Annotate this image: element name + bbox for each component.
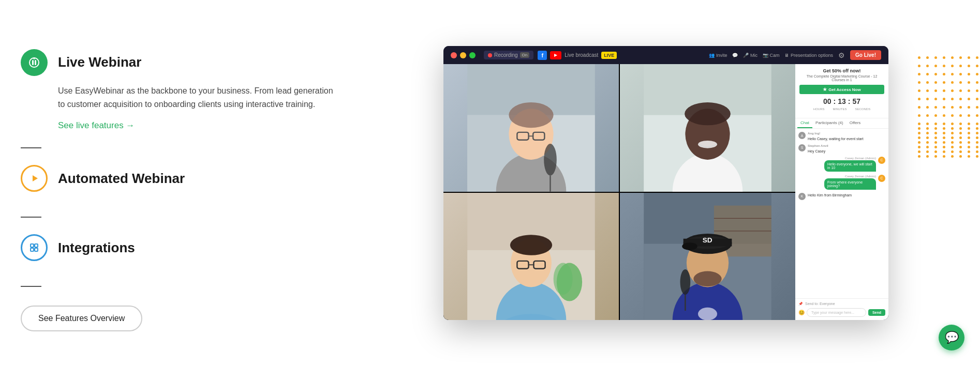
send-button[interactable]: Send: [868, 309, 885, 316]
chat-messages: A Ang Ing! Hello Casey, waiting for even…: [795, 129, 888, 298]
settings-icon[interactable]: ⚙: [838, 51, 845, 59]
chat-placeholder: Type your message here...: [811, 311, 854, 314]
svg-rect-5: [31, 244, 34, 247]
svg-rect-8: [35, 248, 38, 251]
send-to-label: Send to: Everyone: [805, 302, 835, 306]
tab-participants[interactable]: Participants (4): [812, 118, 847, 128]
browser-toolbar: Recording On f ▶ Live broadcast LIVE 👥 I…: [484, 50, 881, 60]
facebook-icon: f: [538, 51, 547, 60]
video-cell-2: [620, 64, 795, 192]
svg-point-51: [693, 271, 721, 286]
automated-webinar-icon: [21, 165, 48, 192]
svg-point-55: [698, 307, 717, 320]
avatar-3: C: [878, 157, 885, 164]
avatar-1: A: [798, 132, 806, 139]
tab-offers[interactable]: Offers: [847, 118, 864, 128]
mic-icon[interactable]: 🎤 Mic: [743, 53, 758, 58]
divider-2: [21, 217, 41, 218]
avatar-4: C: [878, 175, 885, 182]
feature-header-integrations: Integrations: [21, 234, 341, 261]
video-cell-3: [443, 193, 619, 321]
svg-point-3: [33, 57, 35, 59]
offer-title: Get 50% off now!: [799, 68, 884, 73]
see-live-features-link[interactable]: See live features →: [58, 120, 341, 131]
video-grid: SD: [443, 64, 795, 320]
bubble-1: Ang Ing! Hello Casey, waiting for event …: [808, 132, 864, 141]
chat-tabs: Chat Participants (4) Offers: [795, 118, 888, 129]
sender-4: Casey Zeman (Admin): [824, 175, 876, 178]
green-bubble-4: From where everyone joining?: [824, 178, 876, 190]
chat-message-3: Casey Zeman (Admin) Hello everyone, we w…: [798, 157, 885, 172]
sender-3: Casey Zeman (Admin): [824, 157, 876, 160]
sender-2: Stephen Anvil: [808, 144, 828, 148]
svg-rect-6: [35, 244, 38, 247]
automated-webinar-title: Automated Webinar: [58, 171, 185, 187]
emoji-icon: 😊: [798, 310, 805, 315]
countdown-labels: HOURS MINUTES SECONDS: [799, 108, 884, 111]
traffic-light-yellow[interactable]: [460, 52, 466, 58]
label-seconds: SECONDS: [855, 108, 871, 111]
sidebar-offer: Get 50% off now! The Complete Digital Ma…: [795, 64, 888, 118]
social-icons-bar: f ▶ Live broadcast LIVE: [538, 51, 617, 60]
tab-chat[interactable]: Chat: [797, 118, 812, 128]
chat-fab-button[interactable]: 💬: [939, 325, 964, 350]
countdown-hours: 00: [823, 97, 831, 105]
live-broadcast-label: Live broadcast: [565, 52, 598, 58]
svg-text:SD: SD: [703, 236, 712, 244]
integrations-icon: [21, 234, 48, 261]
green-bubble-3: Hello everyone, we will start in 10: [824, 160, 876, 172]
live-webinar-description: Use EasyWebinar as the backbone to your …: [58, 84, 341, 112]
live-badge: LIVE: [601, 52, 617, 59]
right-panel: // Generate dots document.addEventListen…: [373, 46, 959, 320]
svg-point-33: [510, 235, 552, 255]
dot-grid-decoration: // Generate dots document.addEventListen…: [918, 56, 970, 118]
feature-header-live: Live Webinar: [21, 49, 341, 76]
pin-icon: 📌: [798, 302, 803, 306]
traffic-light-green[interactable]: [469, 52, 476, 58]
browser-content: SD Get 50% off now! The Complete Digital…: [443, 64, 888, 320]
chat-input-field[interactable]: Type your message here...: [807, 308, 866, 317]
traffic-light-red[interactable]: [451, 52, 457, 58]
live-webinar-title: Live Webinar: [58, 54, 141, 70]
feature-integrations[interactable]: Integrations: [21, 220, 341, 284]
svg-point-38: [554, 263, 573, 295]
svg-rect-1: [32, 60, 34, 65]
traffic-lights: [451, 52, 476, 58]
send-to-row: 📌 Send to: Everyone: [798, 302, 885, 306]
access-now-button[interactable]: ★ Get Access Now: [799, 85, 884, 94]
feature-live-webinar: Live Webinar Use EasyWebinar as the back…: [21, 35, 341, 146]
bubble-3: Casey Zeman (Admin) Hello everyone, we w…: [824, 157, 876, 172]
go-live-button[interactable]: Go Live!: [850, 50, 881, 60]
chat-icon[interactable]: 💬: [732, 53, 738, 58]
feature-header-automated: Automated Webinar: [21, 165, 341, 192]
offer-subtitle: The Complete Digital Marketing Course - …: [799, 74, 884, 82]
svg-point-19: [544, 144, 557, 176]
countdown-seconds: 57: [852, 97, 860, 105]
divider-3: [21, 286, 41, 287]
feature-automated-webinar[interactable]: Automated Webinar: [21, 150, 341, 215]
invite-icon[interactable]: 👥 Invite: [709, 53, 727, 58]
svg-rect-7: [31, 248, 34, 251]
sidebar-chat-panel: Get 50% off now! The Complete Digital Ma…: [795, 64, 888, 320]
svg-point-27: [698, 141, 717, 148]
chat-fab-icon: 💬: [945, 331, 959, 344]
countdown-minutes: 13: [838, 97, 846, 105]
presentation-icon[interactable]: 🖥 Presentation options: [784, 53, 833, 58]
main-container: Live Webinar Use EasyWebinar as the back…: [0, 0, 980, 366]
svg-point-50: [682, 242, 697, 250]
browser-window: Recording On f ▶ Live broadcast LIVE 👥 I…: [443, 46, 888, 320]
chat-input-area: 📌 Send to: Everyone 😊 Type your message …: [795, 298, 888, 320]
chat-message-4: Casey Zeman (Admin) From where everyone …: [798, 175, 885, 190]
video-cell-4: SD: [620, 193, 795, 321]
countdown-timer: 00 : 13 : 57: [799, 97, 884, 105]
left-panel: Live Webinar Use EasyWebinar as the back…: [21, 35, 341, 332]
avatar-2: S: [798, 144, 806, 151]
recording-dot: [488, 53, 492, 57]
cam-icon[interactable]: 📷 Cam: [763, 53, 780, 58]
sender-1: Ang Ing!: [808, 132, 864, 136]
bubble-5: Hello Kim from Birmingham: [808, 193, 852, 197]
svg-rect-2: [35, 60, 36, 65]
see-features-button[interactable]: See Features Overview: [21, 306, 142, 331]
avatar-5: K: [798, 193, 806, 200]
chat-message-5: K Hello Kim from Birmingham: [798, 193, 885, 200]
